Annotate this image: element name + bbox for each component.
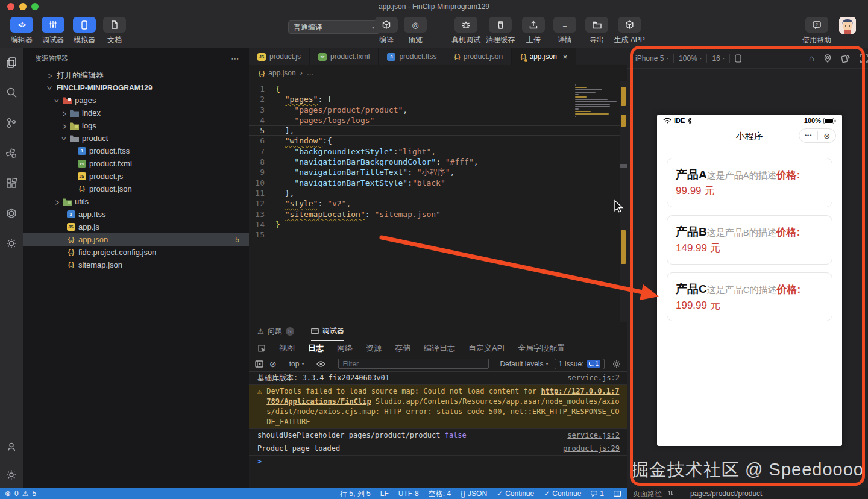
location-icon[interactable] — [824, 54, 831, 63]
device-select[interactable]: iPhone 5 · — [635, 54, 668, 63]
dock-panel-icon[interactable] — [255, 360, 263, 368]
tab-product-ftss[interactable]: 3 product.ftss — [379, 48, 445, 65]
fontsize-select[interactable]: 16 · — [712, 54, 725, 63]
tab-product-js[interactable]: JS product.js — [249, 48, 310, 65]
generate-app-button[interactable]: 生成 APP — [614, 17, 644, 45]
deploy-icon[interactable] — [4, 146, 19, 160]
eol-indicator[interactable]: LF — [380, 489, 389, 498]
file-app-json[interactable]: {..} app.json 5 — [23, 233, 249, 246]
folder-logs[interactable]: > logs — [23, 119, 249, 132]
file-product-fxml[interactable]: <> product.fxml — [23, 157, 249, 170]
theme-icon[interactable] — [4, 236, 19, 251]
devtab-network[interactable]: 网络 — [337, 343, 353, 354]
editor-button[interactable]: </> 编辑器 — [10, 17, 33, 45]
device-frame-icon[interactable] — [735, 54, 741, 63]
home-icon[interactable]: ⌂ — [809, 53, 814, 63]
problems-tab[interactable]: ⚠ 问题 5 — [257, 322, 294, 341]
breadcrumb[interactable]: {..} app.json › … — [249, 65, 627, 81]
upload-button[interactable]: 上传 — [522, 17, 545, 45]
folder-pages[interactable]: > pages — [23, 94, 249, 107]
help-button[interactable]: ? 使用帮助 — [802, 17, 831, 45]
details-button[interactable]: ≡ 详情 — [553, 17, 576, 45]
more-actions-icon[interactable]: ⋯ — [231, 54, 239, 63]
tab-product-json[interactable]: {..} product.json — [445, 48, 512, 65]
user-avatar[interactable] — [839, 17, 856, 34]
code-editor[interactable]: 1{2 "pages": [3 "pages/product/product",… — [249, 81, 627, 322]
file-product-js[interactable]: JS product.js — [23, 170, 249, 183]
filter-input[interactable] — [338, 359, 489, 369]
close-tab-icon[interactable]: × — [563, 52, 568, 61]
file-fide-project-config[interactable]: {..} fide.project.config.json — [23, 246, 249, 259]
tab-product-fxml[interactable]: <> product.fxml — [310, 48, 379, 65]
clear-cache-button[interactable]: 清理缓存 — [486, 17, 515, 45]
devtab-global-fields[interactable]: 全局字段配置 — [518, 343, 565, 354]
continue-status-2[interactable]: ✓ Continue — [544, 489, 581, 498]
file-app-js[interactable]: JS app.js — [23, 221, 249, 233]
notifications[interactable]: 1 — [591, 489, 604, 498]
devtab-view[interactable]: 视图 — [279, 343, 295, 354]
file-product-json[interactable]: {..} product.json — [23, 183, 249, 195]
source-link[interactable]: product.js:29 — [553, 444, 620, 454]
product-card-a[interactable]: 产品A这是产品A的描述价格: 99.99 元 — [667, 158, 832, 207]
extensions-icon[interactable] — [4, 176, 19, 190]
devtab-log[interactable]: 日志 — [308, 343, 324, 354]
devtab-resources[interactable]: 资源 — [366, 343, 382, 354]
more-menu-icon[interactable]: ••• — [805, 133, 812, 139]
explorer-icon[interactable] — [4, 55, 19, 70]
console-settings-gear-icon[interactable] — [612, 360, 621, 368]
devtab-storage[interactable]: 存储 — [395, 343, 410, 354]
folder-utils[interactable]: > utils — [23, 195, 249, 208]
clear-console-icon[interactable]: ⊘ — [269, 359, 277, 369]
file-sitemap-json[interactable]: {..} sitemap.json — [23, 259, 249, 271]
source-link[interactable]: service.js:2 — [558, 373, 620, 383]
scrollbar-thumb[interactable] — [620, 164, 627, 168]
scan-icon[interactable] — [860, 54, 868, 63]
editor-scrollbar[interactable] — [620, 81, 627, 322]
file-product-ftss[interactable]: 3 product.ftss — [23, 145, 249, 157]
debugger-tab[interactable]: 调试器 — [311, 322, 344, 341]
console-prompt[interactable]: > — [249, 456, 627, 466]
folder-index[interactable]: > index — [23, 107, 249, 119]
source-control-icon[interactable] — [4, 116, 19, 130]
plugin-hex-icon[interactable] — [4, 206, 19, 221]
compile-button[interactable]: 编译 — [375, 17, 398, 45]
issues-chip[interactable]: 1 Issue: 1 — [555, 359, 605, 369]
preview-button[interactable]: ◎ 预览 — [404, 17, 427, 45]
zoom-select[interactable]: 100% · — [679, 54, 702, 63]
cursor-position[interactable]: 行 5, 列 5 — [340, 489, 371, 499]
search-icon[interactable] — [4, 86, 19, 100]
layout-icon-button[interactable] — [614, 491, 621, 497]
devtab-custom-api[interactable]: 自定义API — [468, 343, 505, 354]
indent-indicator[interactable]: 空格: 4 — [429, 489, 451, 499]
rotate-device-icon[interactable] — [841, 54, 850, 63]
settings-gear-icon[interactable] — [4, 468, 19, 482]
file-app-ftss[interactable]: 3 app.ftss — [23, 208, 249, 221]
product-card-c[interactable]: 产品C这是产品C的描述价格: 199.99 元 — [667, 272, 832, 322]
log-levels-select[interactable]: Default levels ▾ — [500, 360, 548, 368]
inspect-icon[interactable] — [257, 344, 266, 353]
problems-status[interactable]: ⊗ 0 ⚠ 5 — [0, 488, 249, 499]
capsule-menu[interactable]: ••• ⊗ — [799, 128, 836, 143]
encoding-indicator[interactable]: UTF-8 — [398, 489, 419, 498]
tab-app-json[interactable]: {..} app.json × — [512, 48, 576, 65]
language-indicator[interactable]: {} JSON — [461, 489, 487, 498]
export-button[interactable]: 导出 — [585, 17, 608, 45]
context-select[interactable]: top ▾ — [289, 360, 304, 368]
source-link[interactable]: service.js:2 — [558, 430, 620, 441]
product-card-b[interactable]: 产品B这是产品B的描述价格: 149.99 元 — [667, 215, 832, 265]
devtab-compile-log[interactable]: 编译日志 — [424, 343, 455, 354]
device-debug-button[interactable]: 真机调试 — [451, 17, 480, 45]
eye-icon[interactable] — [316, 361, 326, 367]
debugger-button[interactable]: 调试器 — [42, 17, 64, 45]
close-miniprogram-icon[interactable]: ⊗ — [823, 131, 830, 140]
docs-button[interactable]: 文档 — [103, 17, 126, 45]
swap-path-icon[interactable] — [668, 489, 673, 498]
account-icon[interactable] — [4, 440, 19, 454]
minimap[interactable] — [575, 84, 618, 121]
project-root-folder[interactable]: > FINCLIP-MINIPROGRAM129 — [23, 81, 249, 94]
continue-status-1[interactable]: ✓ Continue — [497, 489, 534, 498]
compile-mode-select[interactable]: 普通编译 ▾ — [288, 20, 380, 34]
open-editors-section[interactable]: > 打开的编辑器 — [23, 69, 249, 81]
folder-product[interactable]: > product — [23, 132, 249, 145]
simulator-button[interactable]: 模拟器 — [73, 17, 96, 45]
